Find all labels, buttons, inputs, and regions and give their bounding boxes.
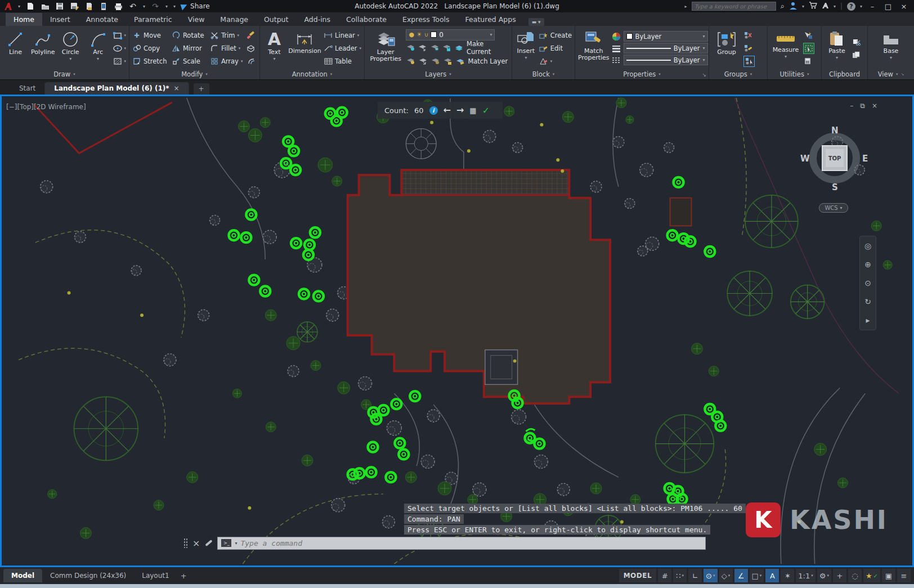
ribbon-tab-addins[interactable]: Add-ins: [296, 13, 338, 26]
explode-button[interactable]: [246, 43, 257, 54]
match-layer-icon[interactable]: [455, 57, 464, 66]
nav-zoom-icon[interactable]: ⊙: [864, 276, 871, 290]
rectangle-button[interactable]: ▾: [113, 30, 127, 41]
close-button[interactable]: ×: [898, 2, 909, 11]
offset-button[interactable]: [246, 56, 257, 67]
command-input[interactable]: [240, 539, 702, 547]
layer-freeze-icon[interactable]: [418, 43, 427, 52]
array-button[interactable]: Array▾: [210, 56, 245, 67]
open-file-icon[interactable]: [41, 2, 50, 11]
undo-icon[interactable]: ↶: [128, 2, 137, 11]
panel-label-clipboard[interactable]: Clipboard: [822, 69, 867, 79]
ribbon-options-button[interactable]: ▬ ▾: [528, 18, 544, 26]
mobile-share-icon[interactable]: [99, 2, 108, 11]
layout-tab-layout1[interactable]: Layout1: [134, 569, 177, 582]
minimize-button[interactable]: –: [867, 2, 878, 11]
count-next-icon[interactable]: →: [456, 106, 464, 115]
command-customize-wrench-icon[interactable]: [205, 540, 213, 546]
mirror-button[interactable]: Mirror: [172, 43, 209, 54]
save-as-icon[interactable]: [70, 2, 79, 11]
select-similar-button[interactable]: [803, 43, 814, 54]
panel-label-utilities[interactable]: Utilities▾: [768, 69, 821, 79]
dimension-button[interactable]: Dimension: [288, 29, 321, 68]
layout-tab-comm-design[interactable]: Comm Design (24x36): [42, 569, 134, 582]
panel-label-layers[interactable]: Layers▾: [365, 69, 512, 79]
layer-lock-icon[interactable]: [442, 43, 451, 52]
view-expander-icon[interactable]: ↘: [900, 72, 904, 77]
file-tab-document[interactable]: Landscape Plan Model (6) (1)* ×: [45, 82, 189, 95]
help-icon[interactable]: ?: [847, 2, 855, 11]
maximize-button[interactable]: □: [882, 2, 894, 11]
drawing-viewport[interactable]: [−][Top][2D Wireframe] – ⧉ × Count: 60 i…: [0, 95, 914, 567]
nav-pan-icon[interactable]: ⊕: [864, 258, 871, 271]
nav-orbit-icon[interactable]: ↻: [864, 295, 871, 308]
rectangle-caret-icon[interactable]: ▾: [124, 33, 127, 38]
scale-button[interactable]: Scale: [172, 56, 209, 67]
circle-caret-icon[interactable]: ▾: [69, 57, 71, 62]
plot-icon[interactable]: [84, 2, 93, 11]
base-button[interactable]: Base▾: [876, 29, 906, 68]
panel-label-view[interactable]: View▾↘: [868, 69, 914, 79]
object-snap-toggle[interactable]: □▾: [750, 569, 764, 582]
isolate-objects-button[interactable]: ◌: [848, 569, 862, 582]
qat-customize-icon[interactable]: ▾: [173, 4, 176, 9]
layer-unlock2-icon[interactable]: [443, 57, 452, 66]
drawing-canvas[interactable]: [2, 96, 912, 565]
array-caret-icon[interactable]: ▾: [241, 59, 243, 64]
panel-label-annotation[interactable]: Annotation▾: [260, 69, 364, 79]
ribbon-tab-parametric[interactable]: Parametric: [126, 13, 180, 26]
leader-button[interactable]: Leader▾: [324, 43, 361, 54]
layer-vpfreeze-icon[interactable]: [431, 57, 440, 66]
file-tab-close-icon[interactable]: ×: [174, 84, 180, 92]
new-file-icon[interactable]: [26, 2, 35, 11]
measure-button[interactable]: Measure▾: [770, 29, 801, 68]
ribbon-tab-express-tools[interactable]: Express Tools: [395, 13, 458, 26]
vp-minimize-icon[interactable]: –: [850, 102, 853, 110]
text-caret-icon[interactable]: ▾: [273, 57, 275, 62]
ribbon-tab-manage[interactable]: Manage: [212, 13, 256, 26]
group-selection-toggle[interactable]: [743, 56, 755, 67]
match-properties-button[interactable]: Match Properties: [578, 29, 610, 68]
save-icon[interactable]: [55, 2, 64, 11]
rotate-button[interactable]: Rotate: [172, 30, 209, 41]
layer-walk-icon[interactable]: [418, 57, 427, 66]
share-button[interactable]: Share: [181, 2, 210, 10]
insert-button[interactable]: Insert▾: [515, 29, 537, 68]
make-current-button[interactable]: Make Current: [467, 40, 509, 56]
quick-select-button[interactable]: [803, 30, 814, 41]
arc-button[interactable]: Arc▾: [86, 29, 111, 68]
layer-on2-icon[interactable]: [406, 57, 415, 66]
copy-clip-button[interactable]: [852, 49, 861, 60]
layer-properties-button[interactable]: Layer Properties: [368, 29, 404, 68]
block-create-button[interactable]: Create: [539, 30, 572, 41]
undo-caret-icon[interactable]: ▾: [143, 4, 145, 9]
fillet-button[interactable]: Fillet▾: [210, 43, 245, 54]
ribbon-tab-home[interactable]: Home: [6, 13, 42, 26]
command-close-icon[interactable]: ×: [192, 538, 200, 549]
layer-isolate-icon[interactable]: [406, 43, 415, 52]
annotation-scale-button[interactable]: 1:1▾: [796, 569, 815, 582]
command-recent-caret-icon[interactable]: ▾: [235, 541, 237, 546]
isodraft-toggle[interactable]: ◇▾: [719, 569, 733, 582]
autocad-logo-icon[interactable]: [3, 2, 12, 11]
group-button[interactable]: Group: [712, 29, 741, 68]
print-icon[interactable]: [114, 2, 123, 11]
wcs-menu[interactable]: WCS▾: [819, 203, 848, 213]
clean-screen-button[interactable]: ▣: [882, 569, 895, 582]
polyline-button[interactable]: Polyline: [30, 29, 56, 68]
annotation-visibility-toggle[interactable]: A: [765, 569, 779, 582]
ribbon-tab-view[interactable]: View: [180, 13, 213, 26]
annotation-monitor-button[interactable]: +: [833, 569, 846, 582]
search-icon[interactable]: ⌕: [781, 2, 785, 11]
workspace-switch-button[interactable]: ⚙▾: [817, 569, 831, 582]
make-current-icon[interactable]: [455, 43, 464, 52]
logo-menu-caret-icon[interactable]: ▾: [18, 4, 20, 9]
insert-caret-icon[interactable]: ▾: [525, 56, 527, 61]
trim-caret-icon[interactable]: ▾: [237, 33, 239, 38]
line-button[interactable]: Line: [3, 29, 28, 68]
viewport-corner-controls[interactable]: [−][Top][2D Wireframe]: [6, 103, 86, 111]
base-caret-icon[interactable]: ▾: [890, 56, 892, 61]
block-edit-button[interactable]: Edit: [539, 43, 572, 54]
arc-caret-icon[interactable]: ▾: [97, 57, 99, 62]
group-edit-button[interactable]: [743, 43, 755, 54]
